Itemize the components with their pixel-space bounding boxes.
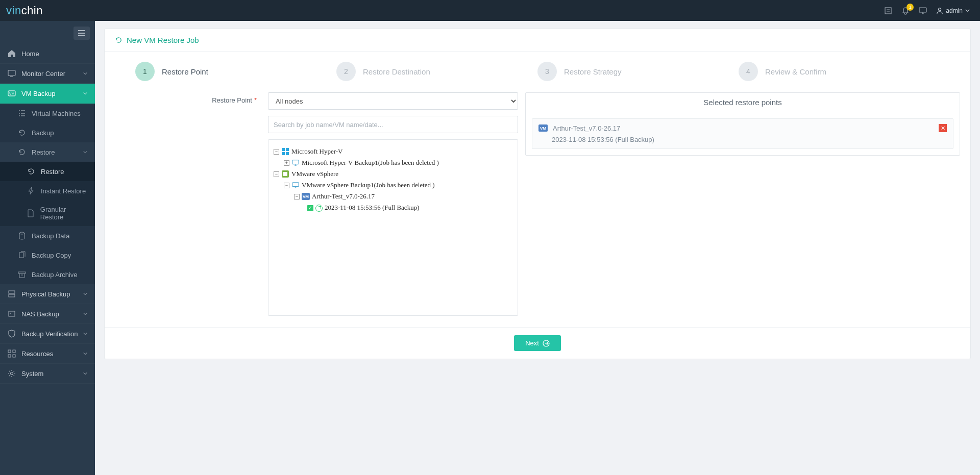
header-tasks-icon[interactable] [884,7,892,15]
sidebar-item-nas[interactable]: NAS Backup [0,304,95,324]
tree-node-label[interactable]: 2023-11-08 15:53:56 (Full Backup) [325,202,419,213]
vsphere-icon [281,170,289,178]
monitor-icon [291,159,300,167]
page-title: New VM Restore Job [105,29,970,52]
sidebar-toggle-button[interactable] [74,27,90,40]
chevron-down-icon [83,148,88,156]
tree-node-label[interactable]: Microsoft Hyper-V Backup1(Job has been d… [302,157,439,168]
sidebar-sub-restore[interactable]: Restore [0,142,95,162]
vm-icon [7,89,16,98]
home-icon [7,49,16,58]
step-4[interactable]: 4 Review & Confirm [739,62,940,81]
selected-vm-name: Arthur-Test_v7.0-26.17 [553,124,620,132]
hyperv-icon [281,147,289,156]
grid-icon [7,349,16,358]
svg-rect-21 [282,152,285,155]
tree-toggle[interactable]: − [274,171,279,177]
user-menu[interactable]: admin [936,7,970,14]
db-icon [17,231,27,240]
svg-rect-20 [286,148,289,151]
redo-icon [17,128,27,137]
sidebar-sub-backup-copy[interactable]: Backup Copy [0,245,95,265]
app-header: vinchin 1 admin [0,0,980,21]
sidebar-item-system[interactable]: System [0,364,95,384]
sidebar-sub-backup-data[interactable]: Backup Data [0,226,95,245]
selected-panel-title: Selected restore points [526,93,960,112]
header-screen-icon[interactable] [919,7,927,15]
field-label: Restore Point* [115,92,268,316]
panel-footer: Next [105,327,970,359]
vm-icon: VM [302,192,310,201]
chevron-icon [83,290,88,298]
doc-icon [27,209,35,218]
arrow-right-icon [543,340,550,347]
sidebar-subsub-granular[interactable]: Granular Restore [0,201,95,226]
monitor-icon [291,181,300,189]
sidebar-sub-backup-archive[interactable]: Backup Archive [0,265,95,284]
tree-toggle[interactable]: − [274,149,279,155]
shield-icon [7,329,16,338]
tree-node-label[interactable]: VMware vSphere Backup1(Job has been dele… [302,180,435,191]
required-indicator: * [254,96,257,104]
bolt-icon [27,186,36,195]
chevron-down-icon [83,90,88,97]
main-content: New VM Restore Job 1 Restore Point 2 Res… [95,21,980,475]
sidebar-sub-backup[interactable]: Backup [0,123,95,142]
notification-badge: 1 [906,4,914,11]
restore-point-tree[interactable]: − Microsoft Hyper-V + Microsoft Hyper-V … [268,139,518,316]
svg-rect-22 [286,152,289,155]
restore-icon [17,147,27,157]
search-input[interactable] [268,116,518,133]
tree-toggle[interactable]: − [294,194,300,199]
nas-icon [7,309,16,318]
sidebar-item-resources[interactable]: Resources [0,344,95,364]
checkbox-checked-icon[interactable]: ✓ [307,205,313,211]
sidebar: Home Monitor Center VM Backup Virtual Ma… [0,21,95,475]
sidebar-item-physical[interactable]: Physical Backup [0,284,95,304]
sidebar-item-vmbackup[interactable]: VM Backup [0,84,95,104]
tree-toggle[interactable]: + [284,160,289,166]
selected-restore-point: VM Arthur-Test_v7.0-26.17 ✕ 2023-11-08 1… [532,118,953,149]
restore-icon [27,167,36,176]
brand-logo: vinchin [6,4,43,17]
copy-icon [17,251,27,260]
selected-timestamp: 2023-11-08 15:53:56 (Full Backup) [538,136,947,143]
step-3[interactable]: 3 Restore Strategy [537,62,739,81]
tree-node-label[interactable]: VMware vSphere [291,168,338,180]
chevron-icon [83,370,88,378]
step-1[interactable]: 1 Restore Point [135,62,336,81]
tree-node-label[interactable]: Microsoft Hyper-V [291,146,342,157]
chevron-icon [83,70,88,78]
sidebar-item-monitor[interactable]: Monitor Center [0,64,95,84]
monitor-icon [7,69,16,78]
wizard-panel: New VM Restore Job 1 Restore Point 2 Res… [104,29,971,359]
tree-node-label[interactable]: Arthur-Test_v7.0-26.17 [312,191,375,202]
vm-icon: VM [538,124,548,132]
svg-rect-24 [283,172,287,176]
sidebar-subsub-instant[interactable]: Instant Restore [0,181,95,201]
sidebar-item-home[interactable]: Home [0,44,95,64]
node-select[interactable]: All nodes [268,92,518,110]
chevron-icon [83,310,88,318]
sidebar-subsub-restore[interactable]: Restore [0,162,95,181]
chevron-down-icon [965,8,970,13]
sidebar-sub-virtual-machines[interactable]: Virtual Machines [0,104,95,123]
chevron-icon [83,350,88,358]
header-notifications-icon[interactable]: 1 [901,7,910,15]
chevron-icon [83,330,88,338]
list-icon [17,109,27,118]
next-button[interactable]: Next [514,335,561,351]
gear-icon [7,369,16,378]
sidebar-item-verification[interactable]: Backup Verification [0,324,95,344]
wizard-steps: 1 Restore Point 2 Restore Destination 3 … [105,52,970,92]
tree-toggle[interactable]: − [284,183,289,188]
svg-rect-19 [282,148,285,151]
restore-icon [115,36,122,44]
archive-icon [17,270,27,279]
step-2[interactable]: 2 Restore Destination [336,62,537,81]
remove-button[interactable]: ✕ [939,124,947,132]
selected-panel: Selected restore points VM Arthur-Test_v… [525,92,960,156]
clock-icon [315,205,323,212]
server-icon [7,289,16,298]
